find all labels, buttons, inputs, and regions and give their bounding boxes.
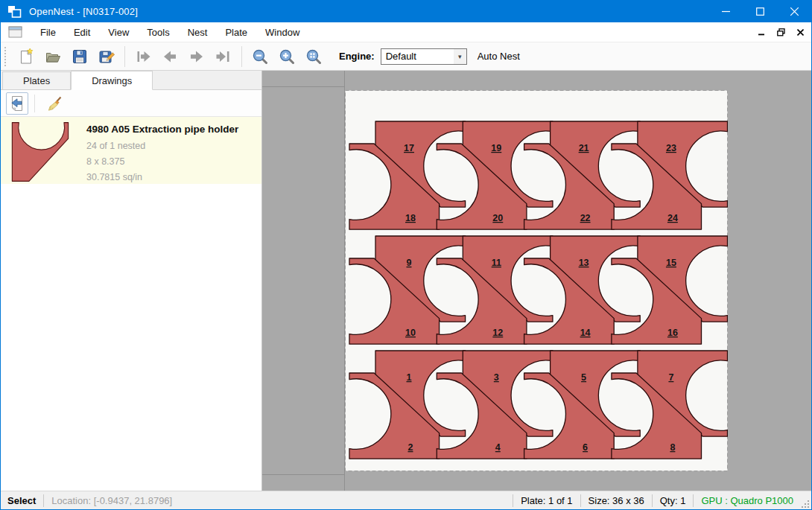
part-number-label: 21 bbox=[579, 143, 589, 153]
maximize-icon bbox=[756, 7, 764, 16]
drawing-list-item[interactable]: 4980 A05 Extraction pipe holder 24 of 1 … bbox=[1, 117, 261, 184]
drawing-title: 4980 A05 Extraction pipe holder bbox=[86, 124, 238, 135]
child-minimize-icon bbox=[758, 29, 765, 36]
part-number-label: 10 bbox=[405, 328, 416, 338]
menu-plate[interactable]: Plate bbox=[216, 22, 256, 42]
child-restore-icon bbox=[777, 28, 785, 36]
toolbar-grip[interactable] bbox=[4, 47, 7, 66]
status-mode: Select bbox=[1, 495, 43, 506]
main-content: Plates Drawings bbox=[1, 71, 811, 491]
go-first-button[interactable] bbox=[132, 45, 154, 68]
part-number-label: 22 bbox=[580, 213, 591, 223]
toolbar-separator bbox=[241, 46, 242, 67]
import-drawing-button[interactable] bbox=[6, 92, 28, 115]
minimize-icon bbox=[722, 7, 730, 16]
auto-nest-label[interactable]: Auto Nest bbox=[478, 51, 520, 62]
drawing-info: 4980 A05 Extraction pipe holder 24 of 1 … bbox=[86, 122, 238, 179]
status-location: Location: [-0.9437, 21.8796] bbox=[44, 495, 180, 506]
tab-drawings[interactable]: Drawings bbox=[71, 71, 153, 90]
child-restore-button[interactable] bbox=[773, 24, 789, 40]
status-gpu: GPU : Quadro P1000 bbox=[694, 495, 801, 506]
menu-view[interactable]: View bbox=[99, 22, 138, 42]
child-close-icon bbox=[797, 29, 804, 36]
import-drawing-icon bbox=[8, 95, 26, 112]
menu-window[interactable]: Window bbox=[256, 22, 308, 42]
tab-plates[interactable]: Plates bbox=[2, 71, 71, 89]
part-number-label: 23 bbox=[666, 143, 676, 153]
resize-grip[interactable] bbox=[801, 491, 811, 510]
menu-file[interactable]: File bbox=[31, 22, 65, 42]
go-previous-icon bbox=[161, 48, 179, 66]
part-number-label: 7 bbox=[668, 372, 673, 383]
tab-drawings-label: Drawings bbox=[92, 75, 132, 86]
save-as-button[interactable] bbox=[95, 45, 118, 68]
part-number-label: 9 bbox=[407, 258, 412, 268]
engine-select[interactable]: Default ▾ bbox=[381, 48, 467, 65]
document-window-icon bbox=[8, 26, 23, 38]
status-size: Size: 36 x 36 bbox=[581, 495, 652, 506]
tab-plates-label: Plates bbox=[23, 75, 50, 86]
part-number-label: 16 bbox=[667, 328, 678, 338]
status-qty: Qty: 1 bbox=[653, 495, 694, 506]
resize-grip-icon bbox=[802, 500, 810, 509]
zoom-out-button[interactable] bbox=[249, 45, 271, 68]
zoom-out-icon bbox=[251, 48, 269, 66]
go-next-icon bbox=[188, 48, 206, 66]
go-last-button[interactable] bbox=[212, 45, 235, 68]
child-close-button[interactable] bbox=[792, 24, 808, 40]
panel-toolbar-separator bbox=[34, 95, 35, 112]
menu-bar: File Edit View Tools Nest Plate Window bbox=[1, 22, 811, 42]
part-number-label: 20 bbox=[492, 213, 503, 223]
menu-tools[interactable]: Tools bbox=[138, 22, 178, 42]
drawing-area: 30.7815 sq/in bbox=[86, 170, 238, 185]
engine-selected-value: Default bbox=[381, 51, 454, 62]
zoom-fit-button[interactable] bbox=[302, 45, 325, 68]
child-minimize-button[interactable] bbox=[753, 24, 770, 40]
status-bar: Select Location: [-0.9437, 21.8796] Plat… bbox=[1, 491, 811, 509]
zoom-in-icon bbox=[278, 48, 296, 66]
open-button[interactable] bbox=[42, 45, 64, 68]
status-plate: Plate: 1 of 1 bbox=[513, 495, 580, 506]
part-number-label: 13 bbox=[579, 258, 589, 268]
part-number-label: 3 bbox=[494, 372, 499, 383]
left-panel: Plates Drawings bbox=[1, 71, 262, 491]
toolbar-separator bbox=[124, 46, 125, 67]
part-number-label: 4 bbox=[495, 442, 501, 453]
new-button[interactable] bbox=[15, 45, 37, 68]
part-number-label: 11 bbox=[492, 258, 501, 268]
maximize-button[interactable] bbox=[743, 1, 777, 22]
go-first-icon bbox=[134, 48, 152, 66]
part-number-label: 5 bbox=[581, 372, 586, 383]
save-as-icon bbox=[98, 48, 115, 66]
part-thumbnail bbox=[11, 122, 69, 182]
zoom-fit-icon bbox=[305, 48, 323, 66]
close-button[interactable] bbox=[777, 1, 811, 22]
new-document-icon bbox=[17, 48, 35, 66]
go-last-icon bbox=[215, 48, 232, 66]
clear-drawings-button[interactable] bbox=[44, 92, 66, 115]
canvas-guide-top bbox=[262, 86, 344, 87]
main-toolbar: Engine: Default ▾ Auto Nest bbox=[1, 42, 811, 71]
part-number-label: 18 bbox=[405, 213, 416, 223]
part-number-label: 8 bbox=[670, 442, 675, 453]
drawing-size: 8 x 8.375 bbox=[86, 154, 238, 170]
part-number-label: 15 bbox=[666, 258, 676, 268]
nest-canvas[interactable]: 171921231820222491113151012141613572468 bbox=[262, 71, 811, 491]
close-icon bbox=[790, 7, 799, 16]
part-number-label: 12 bbox=[492, 328, 503, 338]
zoom-in-button[interactable] bbox=[276, 45, 298, 68]
title-bar: OpenNest - [N0317-002] bbox=[1, 1, 811, 22]
menu-edit[interactable]: Edit bbox=[65, 22, 99, 42]
menu-nest[interactable]: Nest bbox=[179, 22, 217, 42]
part-number-label: 1 bbox=[407, 372, 412, 383]
plate-area[interactable]: 171921231820222491113151012141613572468 bbox=[345, 90, 728, 471]
open-folder-icon bbox=[44, 48, 62, 66]
go-previous-button[interactable] bbox=[159, 45, 181, 68]
minimize-button[interactable] bbox=[708, 1, 743, 22]
chevron-down-icon[interactable]: ▾ bbox=[454, 49, 466, 64]
part-number-label: 6 bbox=[583, 442, 588, 453]
save-button[interactable] bbox=[69, 45, 91, 68]
go-next-button[interactable] bbox=[185, 45, 208, 68]
broom-icon bbox=[46, 95, 64, 112]
part-number-label: 24 bbox=[667, 213, 678, 223]
